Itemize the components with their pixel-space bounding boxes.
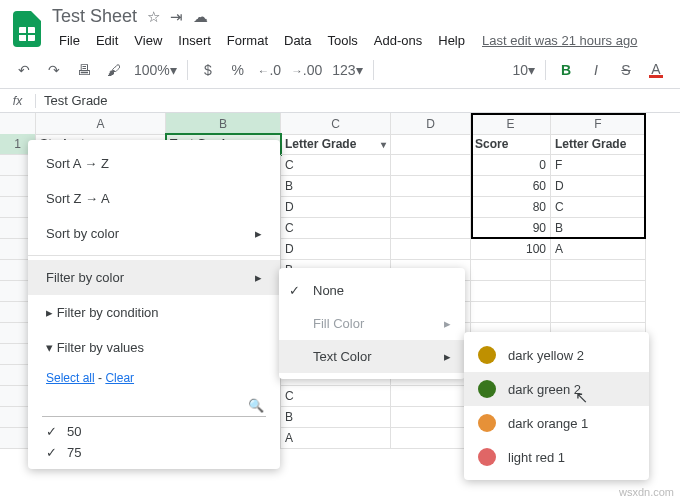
check-icon: ✓ (289, 283, 300, 298)
watermark: wsxdn.com (619, 486, 674, 498)
menu-insert[interactable]: Insert (171, 29, 218, 52)
col-header-A[interactable]: A (36, 113, 166, 135)
fx-label: fx (0, 94, 36, 108)
separator (373, 60, 374, 80)
redo-button[interactable]: ↷ (40, 56, 68, 84)
cell[interactable]: C (281, 155, 391, 176)
doc-title[interactable]: Test Sheet (52, 6, 137, 27)
filter-value-row[interactable]: ✓50 (28, 421, 280, 442)
cell-C1[interactable]: Letter Grade▾ (281, 134, 391, 155)
col-header-C[interactable]: C (281, 113, 391, 135)
text-color-button[interactable]: A (642, 56, 670, 84)
strike-button[interactable]: S (612, 56, 640, 84)
italic-button[interactable]: I (582, 56, 610, 84)
sort-za[interactable]: Sort Z → A (28, 181, 280, 216)
filter-by-values[interactable]: ▾ Filter by values (28, 330, 280, 365)
select-all-corner[interactable] (0, 113, 36, 135)
chevron-right-icon: ▸ (444, 349, 451, 364)
cell-E1[interactable]: Score (471, 134, 551, 155)
filter-color-submenu: ✓None Fill Color▸ Text Color▸ (279, 268, 465, 379)
text-color-submenu: dark yellow 2 dark green 2 dark orange 1… (464, 332, 649, 480)
chevron-right-icon: ▸ (255, 226, 262, 241)
menu-data[interactable]: Data (277, 29, 318, 52)
cell-D1[interactable] (391, 134, 471, 155)
filter-value-row[interactable]: ✓75 (28, 442, 280, 463)
menu-edit[interactable]: Edit (89, 29, 125, 52)
col-header-F[interactable]: F (551, 113, 646, 135)
separator (545, 60, 546, 80)
separator (187, 60, 188, 80)
bold-button[interactable]: B (552, 56, 580, 84)
filter-fill-color[interactable]: Fill Color▸ (279, 307, 465, 340)
color-swatch (478, 380, 496, 398)
filter-color-none[interactable]: ✓None (279, 274, 465, 307)
select-all-link[interactable]: Select all (46, 371, 95, 385)
col-header-B[interactable]: B (166, 113, 281, 135)
clear-link[interactable]: Clear (105, 371, 134, 385)
fx-value[interactable]: Test Grade (36, 93, 108, 108)
font-size-select[interactable]: 10 ▾ (508, 56, 539, 84)
color-option-dark-yellow-2[interactable]: dark yellow 2 (464, 338, 649, 372)
menu-addons[interactable]: Add-ons (367, 29, 429, 52)
col-header-D[interactable]: D (391, 113, 471, 135)
sheets-logo[interactable] (10, 12, 44, 46)
menu-help[interactable]: Help (431, 29, 472, 52)
sort-az[interactable]: Sort A → Z (28, 146, 280, 181)
move-folder-icon[interactable]: ⇥ (170, 8, 183, 26)
sort-by-color[interactable]: Sort by color▸ (28, 216, 280, 251)
menu-file[interactable]: File (52, 29, 87, 52)
filter-icon[interactable]: ▾ (381, 139, 386, 150)
color-option-dark-orange-1[interactable]: dark orange 1 (464, 406, 649, 440)
undo-button[interactable]: ↶ (10, 56, 38, 84)
star-icon[interactable]: ☆ (147, 8, 160, 26)
last-edit-link[interactable]: Last edit was 21 hours ago (482, 33, 637, 48)
cell-F1[interactable]: Letter Grade (551, 134, 646, 155)
percent-button[interactable]: % (224, 56, 252, 84)
color-swatch (478, 346, 496, 364)
filter-by-color[interactable]: Filter by color▸ (28, 260, 280, 295)
zoom-select[interactable]: 100% ▾ (130, 56, 181, 84)
paint-format-button[interactable]: 🖌 (100, 56, 128, 84)
print-button[interactable]: 🖶 (70, 56, 98, 84)
filter-by-condition[interactable]: ▸ Filter by condition (28, 295, 280, 330)
number-format-select[interactable]: 123 ▾ (328, 56, 366, 84)
cloud-status-icon: ☁ (193, 8, 208, 26)
chevron-right-icon: ▸ (255, 270, 262, 285)
decrease-decimal-button[interactable]: ←.0 (254, 56, 285, 84)
color-swatch (478, 414, 496, 432)
col-header-E[interactable]: E (471, 113, 551, 135)
filter-links: Select all - Clear (28, 365, 280, 391)
toolbar: ↶ ↷ 🖶 🖌 100% ▾ $ % ←.0 →.00 123 ▾ 10 ▾ B… (0, 52, 680, 89)
filter-text-color[interactable]: Text Color▸ (279, 340, 465, 373)
separator (28, 255, 280, 256)
menu-format[interactable]: Format (220, 29, 275, 52)
chevron-right-icon: ▸ (444, 316, 451, 331)
currency-button[interactable]: $ (194, 56, 222, 84)
color-swatch (478, 448, 496, 466)
search-icon: 🔍 (248, 398, 264, 413)
menu-tools[interactable]: Tools (320, 29, 364, 52)
filter-menu: Sort A → Z Sort Z → A Sort by color▸ Fil… (28, 140, 280, 469)
menubar: File Edit View Insert Format Data Tools … (52, 27, 637, 52)
color-option-dark-green-2[interactable]: dark green 2 (464, 372, 649, 406)
filter-search-input[interactable]: 🔍 (42, 395, 266, 417)
increase-decimal-button[interactable]: →.00 (287, 56, 326, 84)
color-option-light-red-1[interactable]: light red 1 (464, 440, 649, 474)
formula-bar[interactable]: fx Test Grade (0, 89, 680, 113)
check-icon: ✓ (46, 424, 57, 439)
check-icon: ✓ (46, 445, 57, 460)
menu-view[interactable]: View (127, 29, 169, 52)
